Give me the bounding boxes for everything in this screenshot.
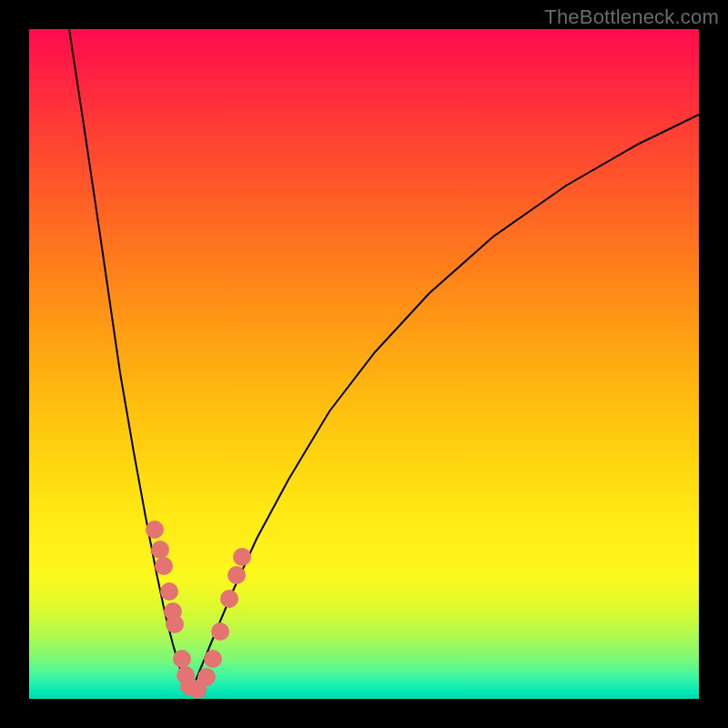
- curve-right-branch: [188, 115, 699, 693]
- data-marker: [204, 650, 222, 668]
- data-marker: [160, 582, 178, 601]
- data-marker: [146, 521, 164, 539]
- data-marker: [211, 622, 229, 641]
- data-marker: [151, 541, 169, 559]
- data-marker: [233, 548, 251, 566]
- chart-frame: TheBottleneck.com: [0, 0, 728, 728]
- data-marker: [228, 566, 246, 584]
- curve-layer: [29, 29, 699, 699]
- data-marker: [155, 557, 173, 575]
- data-marker: [166, 615, 184, 633]
- watermark-label: TheBottleneck.com: [544, 5, 719, 29]
- data-marker: [220, 590, 238, 608]
- data-marker: [197, 668, 216, 686]
- plot-area: [29, 29, 699, 699]
- data-marker: [173, 650, 191, 668]
